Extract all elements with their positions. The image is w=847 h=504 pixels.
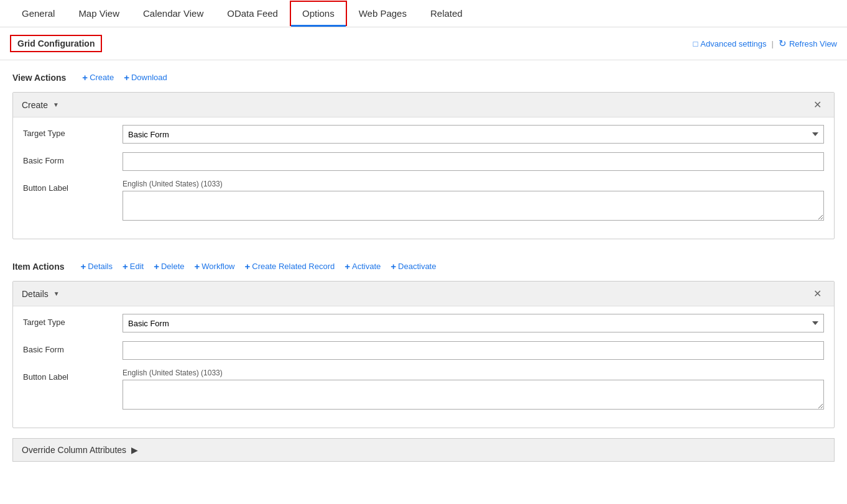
details-button-label-control: English (United States) (1033): [123, 369, 824, 411]
details-card-title: Details: [22, 289, 49, 299]
create-card-title: Create: [22, 100, 48, 110]
create-button-label-sublabel: English (United States) (1033): [123, 180, 824, 188]
create-card-close-button[interactable]: ✕: [810, 98, 825, 112]
create-related-plus-icon: +: [245, 261, 251, 272]
details-card-header: Details ▼ ✕: [13, 282, 834, 306]
item-actions-section: Item Actions + Details + Edit + Delete +…: [0, 259, 847, 472]
details-basic-form-label: Basic Form: [23, 341, 123, 354]
create-card-header-left: Create ▼: [22, 100, 59, 110]
create-basic-form-row: Basic Form: [23, 152, 824, 171]
view-actions-section: View Actions + Create + Download Create …: [0, 60, 847, 259]
create-action-button[interactable]: + Create: [78, 70, 118, 85]
header-actions: □ Advanced settings | ↻ Refresh View: [693, 38, 837, 49]
refresh-view-link[interactable]: ↻ Refresh View: [779, 38, 837, 49]
view-actions-label: View Actions: [12, 73, 66, 83]
details-card-header-left: Details ▼: [22, 289, 60, 299]
create-related-action-button[interactable]: + Create Related Record: [241, 259, 339, 273]
delete-plus-icon: +: [154, 261, 159, 272]
deactivate-plus-icon: +: [391, 261, 396, 272]
details-plus-icon: +: [81, 261, 86, 272]
create-basic-form-label: Basic Form: [23, 152, 123, 165]
create-basic-form-control: [123, 152, 824, 171]
create-target-type-select[interactable]: Basic Form: [123, 125, 824, 144]
nav-item-calendar-view[interactable]: Calendar View: [131, 1, 215, 25]
create-button-label-row: Button Label English (United States) (10…: [23, 180, 824, 222]
item-actions-label: Item Actions: [12, 262, 65, 272]
details-action-button[interactable]: + Details: [77, 259, 117, 273]
create-chevron-icon[interactable]: ▼: [53, 101, 59, 108]
details-button-label-label: Button Label: [23, 369, 123, 382]
delete-action-button[interactable]: + Delete: [150, 259, 188, 273]
details-card-close-button[interactable]: ✕: [810, 286, 825, 301]
details-basic-form-select[interactable]: [123, 341, 824, 360]
separator: |: [772, 39, 774, 48]
override-column-label: Override Column Attributes: [22, 445, 126, 455]
main-content: Grid Configuration □ Advanced settings |…: [0, 27, 847, 472]
nav-item-web-pages[interactable]: Web Pages: [347, 1, 419, 25]
create-target-type-row: Target Type Basic Form: [23, 125, 824, 144]
create-button-label-label: Button Label: [23, 180, 123, 193]
nav-item-related[interactable]: Related: [419, 1, 474, 25]
create-card-body: Target Type Basic Form Basic Form: [13, 117, 834, 239]
settings-icon: □: [693, 39, 698, 48]
nav-item-odata-feed[interactable]: OData Feed: [215, 1, 290, 25]
details-chevron-icon[interactable]: ▼: [53, 290, 60, 297]
override-arrow-icon: ▶: [131, 445, 138, 455]
details-button-label-row: Button Label English (United States) (10…: [23, 369, 824, 411]
advanced-settings-link[interactable]: □ Advanced settings: [693, 39, 766, 48]
download-action-button[interactable]: + Download: [120, 70, 171, 85]
details-basic-form-row: Basic Form: [23, 341, 824, 360]
create-basic-form-select[interactable]: [123, 152, 824, 171]
details-target-type-control: Basic Form: [123, 314, 824, 332]
create-target-type-control: Basic Form: [123, 125, 824, 144]
details-target-type-select[interactable]: Basic Form: [123, 314, 824, 332]
details-basic-form-control: [123, 341, 824, 360]
create-button-label-textarea[interactable]: [123, 191, 824, 221]
create-plus-icon: +: [82, 72, 88, 83]
activate-plus-icon: +: [345, 261, 350, 272]
details-card: Details ▼ ✕ Target Type Basic Form: [12, 281, 835, 428]
refresh-icon: ↻: [779, 38, 787, 49]
download-plus-icon: +: [124, 72, 129, 83]
create-button-label-control: English (United States) (1033): [123, 180, 824, 222]
details-target-type-label: Target Type: [23, 314, 123, 327]
create-card-header: Create ▼ ✕: [13, 93, 834, 117]
details-button-label-textarea[interactable]: [123, 380, 824, 410]
workflow-action-button[interactable]: + Workflow: [191, 259, 239, 273]
edit-plus-icon: +: [123, 261, 128, 272]
workflow-plus-icon: +: [195, 261, 200, 272]
create-card: Create ▼ ✕ Target Type Basic Form: [12, 92, 835, 239]
grid-config-title: Grid Configuration: [10, 35, 102, 52]
override-column-row[interactable]: Override Column Attributes ▶: [12, 438, 835, 462]
create-target-type-label: Target Type: [23, 125, 123, 138]
item-actions-row: Item Actions + Details + Edit + Delete +…: [12, 259, 835, 273]
nav-item-general[interactable]: General: [10, 1, 67, 25]
nav-item-options[interactable]: Options: [290, 1, 347, 26]
edit-action-button[interactable]: + Edit: [119, 259, 147, 273]
grid-config-header: Grid Configuration □ Advanced settings |…: [0, 27, 847, 60]
details-card-body: Target Type Basic Form Basic Form: [13, 306, 834, 428]
deactivate-action-button[interactable]: + Deactivate: [387, 259, 440, 273]
details-button-label-sublabel: English (United States) (1033): [123, 369, 824, 377]
view-actions-row: View Actions + Create + Download: [12, 70, 835, 85]
activate-action-button[interactable]: + Activate: [341, 259, 384, 273]
nav-item-map-view[interactable]: Map View: [67, 1, 131, 25]
details-target-type-row: Target Type Basic Form: [23, 314, 824, 332]
top-navigation: General Map View Calendar View OData Fee…: [0, 0, 847, 27]
